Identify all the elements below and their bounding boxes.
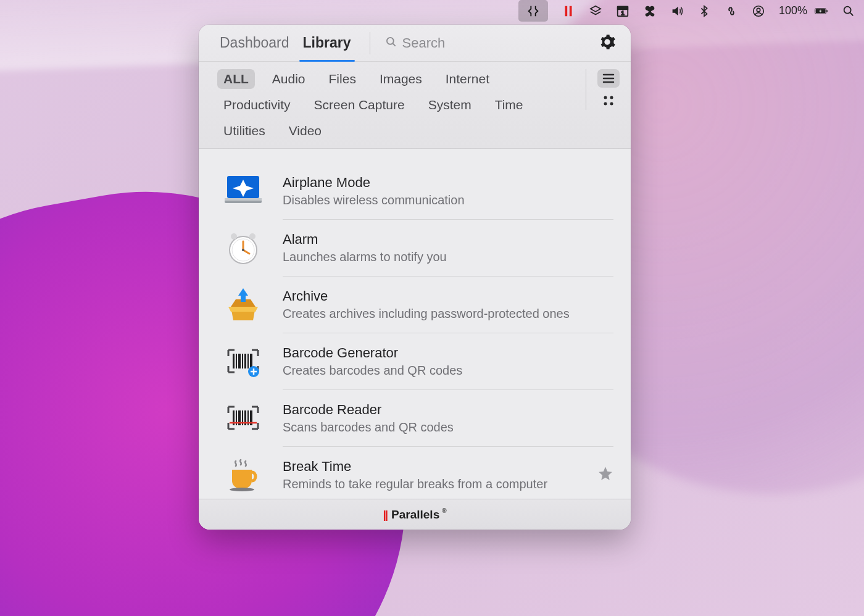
svg-rect-3 (618, 6, 628, 9)
svg-point-12 (604, 96, 607, 99)
menubar-calendar-icon[interactable]: 1 (616, 0, 629, 22)
list-item-barcode-generator[interactable]: Barcode Generator Creates barcodes and Q… (223, 333, 613, 389)
category-filter-bar: ALL Audio Files Images Internet Producti… (199, 62, 631, 149)
item-desc: Disables wireless communication (283, 193, 613, 207)
svg-point-15 (610, 102, 613, 106)
svg-rect-18 (225, 198, 262, 201)
filter-audio[interactable]: Audio (266, 69, 312, 89)
menubar-user-icon[interactable] (752, 0, 765, 22)
svg-rect-31 (247, 354, 249, 368)
item-desc: Launches alarms to notify you (283, 250, 613, 264)
barcode-generator-icon (223, 341, 263, 381)
list-item-airplane-mode[interactable]: Airplane Mode Disables wireless communic… (223, 162, 613, 219)
menubar-devtools-icon[interactable] (518, 0, 548, 22)
item-title: Break Time (283, 459, 591, 475)
filter-screen-capture[interactable]: Screen Capture (308, 95, 411, 115)
macos-menubar: 1 100% (0, 0, 864, 22)
item-desc: Reminds to take regular breaks from a co… (283, 477, 591, 491)
tab-library[interactable]: Library (303, 25, 351, 61)
item-desc: Creates barcodes and QR codes (283, 364, 613, 378)
filter-all[interactable]: ALL (217, 69, 255, 89)
menubar-bluetooth-icon[interactable] (697, 0, 711, 22)
settings-button[interactable] (595, 30, 620, 57)
parallels-toolbox-window: Dashboard Library ALL Audio Files Images… (199, 25, 631, 530)
alarm-icon (223, 228, 263, 267)
filter-productivity[interactable]: Productivity (217, 95, 297, 115)
item-title: Barcode Reader (283, 402, 613, 418)
svg-rect-28 (238, 354, 241, 368)
filter-images[interactable]: Images (373, 69, 428, 89)
svg-rect-27 (236, 354, 237, 368)
search-icon (385, 36, 397, 51)
svg-point-6 (757, 8, 760, 12)
menubar-spotlight-icon[interactable] (842, 0, 855, 22)
filter-internet[interactable]: Internet (439, 69, 496, 89)
grid-view-button[interactable] (597, 91, 620, 110)
menubar-parallels-icon[interactable] (562, 0, 575, 22)
tab-dashboard[interactable]: Dashboard (220, 25, 289, 61)
svg-point-25 (242, 249, 244, 251)
menubar-butterfly-icon[interactable] (643, 0, 657, 22)
break-time-icon (223, 455, 263, 494)
svg-point-13 (610, 96, 613, 99)
svg-point-22 (249, 233, 255, 239)
barcode-reader-icon (223, 398, 263, 438)
svg-rect-26 (233, 354, 235, 368)
tool-list[interactable]: Airplane Mode Disables wireless communic… (199, 149, 631, 499)
item-title: Alarm (283, 231, 613, 248)
vertical-separator (370, 32, 370, 54)
window-footer: || Parallels ® (199, 499, 631, 530)
favorite-star-icon[interactable] (597, 465, 613, 484)
menubar-link-icon[interactable] (725, 0, 738, 22)
item-desc: Creates archives including password-prot… (283, 307, 613, 321)
svg-point-14 (604, 102, 607, 106)
list-view-button[interactable] (597, 69, 620, 88)
filter-utilities[interactable]: Utilities (217, 121, 272, 141)
menubar-volume-icon[interactable] (670, 0, 684, 22)
item-desc: Scans barcodes and QR codes (283, 420, 613, 435)
search-input[interactable] (402, 35, 595, 51)
svg-point-21 (231, 233, 237, 239)
svg-point-42 (230, 488, 254, 491)
svg-rect-1 (570, 6, 572, 16)
footer-brand-label: Parallels (391, 508, 439, 522)
svg-text:1: 1 (621, 9, 624, 15)
item-title: Barcode Generator (283, 345, 613, 361)
filter-files[interactable]: Files (323, 69, 362, 89)
view-toggle-group (586, 69, 620, 110)
list-item-archive[interactable]: Archive Creates archives including passw… (223, 276, 613, 333)
item-title: Archive (283, 288, 613, 304)
item-title: Airplane Mode (283, 175, 613, 191)
parallels-logo-icon: || (383, 508, 387, 522)
list-item-alarm[interactable]: Alarm Launches alarms to notify you (223, 219, 613, 276)
menubar-battery-icon[interactable] (815, 0, 828, 22)
list-item-barcode-reader[interactable]: Barcode Reader Scans barcodes and QR cod… (223, 389, 613, 446)
svg-rect-9 (826, 10, 828, 12)
menubar-battery-percentage: 100% (779, 0, 807, 22)
window-header: Dashboard Library (199, 25, 631, 62)
menubar-layers-icon[interactable] (589, 0, 602, 22)
svg-rect-30 (244, 354, 246, 368)
svg-point-10 (844, 6, 851, 13)
svg-rect-29 (242, 354, 243, 368)
filter-system[interactable]: System (422, 95, 478, 115)
archive-icon (223, 285, 263, 324)
svg-rect-0 (565, 6, 567, 16)
filter-time[interactable]: Time (489, 95, 530, 115)
registered-mark: ® (442, 507, 446, 514)
airplane-mode-icon (223, 171, 263, 210)
svg-point-11 (386, 37, 393, 44)
list-item-break-time[interactable]: Break Time Reminds to take regular break… (223, 446, 613, 499)
filter-video[interactable]: Video (283, 121, 328, 141)
